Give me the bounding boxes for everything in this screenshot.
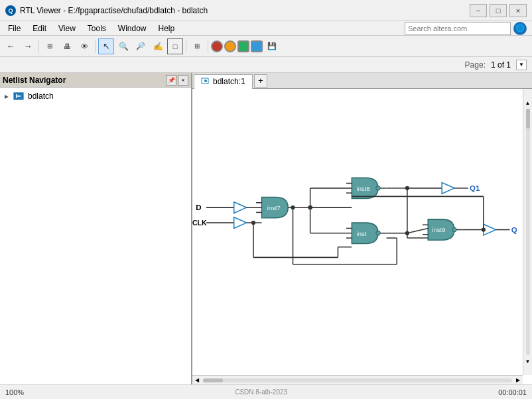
color1-button[interactable] [211,40,223,52]
menu-file[interactable]: File [3,23,26,34]
svg-text:CLK: CLK [192,219,207,227]
svg-point-31 [376,186,380,190]
svg-marker-7 [234,202,247,213]
title-left: Q RTL Viewer - E:/fpgapractise/chufad/bd… [5,5,208,16]
svg-marker-8 [234,217,247,229]
netlist-tree: ► bdlatch [0,87,191,384]
svg-text:inst7: inst7 [267,204,281,211]
main-content: Netlist Navigator 📌 × ► bdlatch [0,73,532,384]
toolbar: ← → ⊞ 🖶 👁 ↖ 🔍 🔎 ✍ □ ⊞ 💾 [0,36,532,57]
tab-schematic-icon [201,78,210,86]
title-bar: Q RTL Viewer - E:/fpgapractise/chufad/bd… [0,0,532,21]
csdn-label: CSDN 8-alb-2023 [235,388,287,396]
scroll-thumb-vertical[interactable] [526,109,530,129]
binoculars-button[interactable]: 👁 [76,38,92,54]
svg-point-41 [452,227,456,231]
print-button[interactable]: 🖶 [59,38,75,54]
tree-component-icon [13,91,25,101]
save-button[interactable]: 💾 [264,38,280,54]
tree-expand-icon[interactable]: ► [3,92,11,100]
netlist-close-button[interactable]: × [178,75,188,86]
scroll-down-button[interactable]: ▼ [523,357,533,366]
zoom-level: 100% [5,388,24,396]
netlist-button[interactable]: ⊞ [189,38,205,54]
scroll-thumb-horizontal[interactable] [203,378,223,382]
svg-text:inst: inst [357,230,367,237]
window-title: RTL Viewer - E:/fpgapractise/chufad/bdla… [20,6,208,15]
tab-bdlatch1[interactable]: bdlatch:1 [194,74,253,89]
separator-4 [208,40,208,53]
secondary-bar: Page: 1 of 1 ▼ [0,57,532,73]
page-label: Page: [465,60,486,70]
forward-button[interactable]: → [20,38,36,54]
scroll-left-button[interactable]: ◀ [192,376,202,385]
svg-point-15 [251,221,255,225]
tab-bar: bdlatch:1 + [192,73,532,89]
horizontal-scrollbar[interactable]: ◀ ▶ [192,375,523,384]
svg-point-4 [204,80,207,82]
fit-button[interactable]: ⊞ [42,38,58,54]
zoom-in-button[interactable]: 🔍 [115,38,131,54]
schematic-canvas[interactable]: inst7 [192,89,532,384]
page-value: 1 of 1 [491,60,511,70]
menu-view[interactable]: View [53,23,81,34]
tree-item-bdlatch[interactable]: ► bdlatch [3,90,188,102]
color4-button[interactable] [251,40,263,52]
tab-label: bdlatch:1 [213,77,245,86]
schematic-panel: bdlatch:1 + [192,73,532,384]
netlist-controls: 📌 × [166,75,188,86]
minimize-button[interactable]: − [470,4,487,17]
vertical-scrollbar[interactable]: ▲ ▼ [523,89,532,375]
tree-label-bdlatch: bdlatch [28,91,54,101]
svg-marker-46 [442,182,454,194]
search-globe-icon[interactable]: 🌐 [513,22,527,35]
select-button[interactable]: ↖ [98,38,114,54]
search-input[interactable] [405,22,511,35]
add-tab-button[interactable]: + [254,74,267,87]
separator-3 [186,40,186,53]
page-nav-dropdown[interactable]: ▼ [516,60,527,70]
netlist-navigator-header: Netlist Navigator 📌 × [0,73,191,87]
svg-text:Q: Q [511,226,517,234]
pan-button[interactable]: ✍ [150,38,166,54]
svg-line-50 [407,228,428,233]
menu-window[interactable]: Window [113,23,152,34]
scroll-up-button[interactable]: ▲ [523,98,533,107]
menu-edit[interactable]: Edit [27,23,52,34]
timer: 00:00:01 [498,388,527,396]
separator-1 [38,40,39,53]
svg-text:inst9: inst9 [432,226,446,233]
maximize-button[interactable]: □ [490,4,507,17]
svg-point-58 [482,227,486,231]
svg-point-36 [376,231,380,235]
scroll-right-button[interactable]: ▶ [513,376,523,385]
separator-2 [95,40,96,53]
menu-bar: File Edit View Tools Window Help 🌐 [0,21,532,36]
menu-help[interactable]: Help [153,23,180,34]
status-bar: 100% CSDN 8-alb-2023 00:00:01 [0,384,532,399]
app-logo: Q [5,5,16,16]
netlist-pin-button[interactable]: 📌 [166,75,176,86]
box-select-button[interactable]: □ [167,38,183,54]
svg-point-63 [291,205,295,209]
zoom-out-button[interactable]: 🔎 [133,38,149,54]
close-button[interactable]: × [509,4,527,17]
window-controls: − □ × [470,4,527,17]
back-button[interactable]: ← [3,38,19,54]
color2-button[interactable] [224,40,236,52]
svg-text:Q1: Q1 [470,184,480,192]
menu-tools[interactable]: Tools [82,23,111,34]
svg-point-27 [308,205,312,209]
netlist-navigator-title: Netlist Navigator [3,76,66,85]
svg-text:inst8: inst8 [357,185,370,192]
svg-text:D: D [196,203,201,211]
netlist-navigator-panel: Netlist Navigator 📌 × ► bdlatch [0,73,192,384]
color3-button[interactable] [237,40,249,52]
